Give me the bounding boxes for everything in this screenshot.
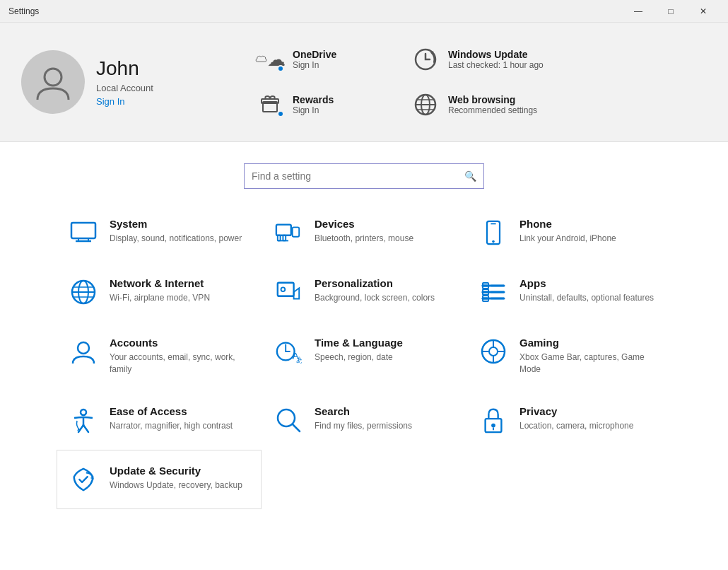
account-type: Local Account bbox=[96, 83, 153, 93]
search-box[interactable]: 🔍 bbox=[244, 163, 484, 189]
setting-gaming[interactable]: Gaming Xbox Game Bar, captures, Game Mod… bbox=[466, 322, 671, 390]
web-title: Web browsing bbox=[448, 94, 537, 105]
gaming-text: Gaming Xbox Game Bar, captures, Game Mod… bbox=[519, 337, 659, 376]
devices-desc: Bluetooth, printers, mouse bbox=[315, 233, 413, 245]
update-title: Windows Update bbox=[448, 49, 544, 60]
setting-search[interactable]: Search Find my files, permissions bbox=[262, 390, 466, 450]
web-text: Web browsing Recommended settings bbox=[448, 94, 537, 115]
gaming-title: Gaming bbox=[519, 337, 659, 349]
maximize-button[interactable]: □ bbox=[654, 0, 687, 23]
setting-personalization[interactable]: Personalization Background, lock screen,… bbox=[262, 262, 466, 322]
privacy-desc: Location, camera, microphone bbox=[519, 420, 633, 432]
rewards-action[interactable]: Rewards Sign In bbox=[240, 82, 396, 127]
user-section: John Local Account Sign In bbox=[21, 50, 219, 114]
accounts-text: Accounts Your accounts, email, sync, wor… bbox=[110, 337, 249, 376]
devices-text: Devices Bluetooth, printers, mouse bbox=[315, 218, 413, 245]
svg-point-19 bbox=[492, 240, 495, 243]
time-title: Time & Language bbox=[315, 337, 403, 349]
setting-network[interactable]: Network & Internet Wi-Fi, airplane mode,… bbox=[57, 262, 262, 322]
search-area: 🔍 bbox=[0, 142, 728, 203]
network-text: Network & Internet Wi-Fi, airplane mode,… bbox=[110, 277, 210, 304]
svg-point-52 bbox=[491, 423, 495, 427]
search-setting-icon bbox=[274, 405, 303, 435]
svg-rect-9 bbox=[71, 223, 95, 238]
onedrive-title: OneDrive bbox=[293, 49, 336, 60]
system-icon bbox=[69, 218, 98, 248]
setting-update[interactable]: Update & Security Windows Update, recove… bbox=[57, 450, 262, 509]
devices-title: Devices bbox=[315, 218, 413, 230]
avatar bbox=[21, 50, 85, 114]
rewards-icon bbox=[254, 89, 286, 120]
update-security-icon bbox=[69, 465, 98, 494]
onedrive-text: OneDrive Sign In bbox=[293, 49, 336, 70]
svg-rect-12 bbox=[276, 225, 291, 235]
setting-privacy[interactable]: Privacy Location, camera, microphone bbox=[466, 390, 671, 450]
onedrive-badge bbox=[277, 65, 284, 72]
setting-ease[interactable]: Ease of Access Narrator, magnifier, high… bbox=[57, 390, 262, 450]
header: John Local Account Sign In ☁ OneDrive Si bbox=[0, 23, 728, 142]
rewards-subtitle: Sign In bbox=[293, 105, 334, 115]
update-security-text: Update & Security Windows Update, recove… bbox=[110, 465, 242, 492]
titlebar: Settings — □ ✕ bbox=[0, 0, 728, 23]
phone-title: Phone bbox=[519, 218, 616, 230]
svg-rect-25 bbox=[278, 283, 294, 296]
network-title: Network & Internet bbox=[110, 277, 210, 289]
svg-point-48 bbox=[81, 409, 86, 415]
action-row-1: ☁ OneDrive Sign In bbox=[240, 37, 707, 82]
setting-accounts[interactable]: Accounts Your accounts, email, sync, wor… bbox=[57, 322, 262, 390]
setting-devices[interactable]: Devices Bluetooth, printers, mouse bbox=[262, 203, 466, 262]
rewards-text: Rewards Sign In bbox=[293, 94, 334, 115]
setting-system[interactable]: System Display, sound, notifications, po… bbox=[57, 203, 262, 262]
system-title: System bbox=[110, 218, 242, 230]
personalization-text: Personalization Background, lock screen,… bbox=[315, 277, 435, 304]
system-text: System Display, sound, notifications, po… bbox=[110, 218, 242, 245]
svg-text:あ: あ bbox=[296, 356, 302, 363]
web-browsing-action[interactable]: Web browsing Recommended settings bbox=[396, 82, 551, 127]
phone-desc: Link your Android, iPhone bbox=[519, 233, 616, 245]
ease-icon bbox=[69, 405, 98, 435]
apps-desc: Uninstall, defaults, optional features bbox=[519, 292, 654, 304]
minimize-button[interactable]: — bbox=[622, 0, 654, 23]
rewards-title: Rewards bbox=[293, 94, 334, 105]
system-desc: Display, sound, notifications, power bbox=[110, 233, 242, 245]
search-input[interactable] bbox=[252, 170, 464, 182]
onedrive-icon: ☁ bbox=[254, 44, 286, 75]
accounts-desc: Your accounts, email, sync, work, family bbox=[110, 351, 249, 376]
time-text: Time & Language Speech, region, date bbox=[315, 337, 403, 363]
header-actions: ☁ OneDrive Sign In bbox=[240, 37, 707, 127]
search-title: Search bbox=[315, 405, 412, 417]
web-browsing-icon bbox=[410, 89, 441, 120]
svg-point-0 bbox=[45, 69, 61, 86]
signin-link[interactable]: Sign In bbox=[96, 96, 153, 107]
user-info: John Local Account Sign In bbox=[96, 57, 153, 107]
update-subtitle: Last checked: 1 hour ago bbox=[448, 60, 544, 70]
window-controls: — □ ✕ bbox=[622, 0, 720, 23]
apps-text: Apps Uninstall, defaults, optional featu… bbox=[519, 277, 654, 304]
devices-icon bbox=[274, 218, 303, 248]
search-icon: 🔍 bbox=[464, 170, 476, 182]
network-desc: Wi-Fi, airplane mode, VPN bbox=[110, 292, 210, 304]
close-button[interactable]: ✕ bbox=[687, 0, 720, 23]
time-icon: A あ bbox=[274, 337, 303, 366]
apps-icon bbox=[479, 277, 508, 307]
windows-update-icon bbox=[410, 44, 441, 75]
svg-point-47 bbox=[489, 347, 498, 356]
personalization-title: Personalization bbox=[315, 277, 435, 289]
settings-grid: System Display, sound, notifications, po… bbox=[0, 203, 728, 509]
onedrive-action[interactable]: ☁ OneDrive Sign In bbox=[240, 37, 396, 82]
phone-text: Phone Link your Android, iPhone bbox=[519, 218, 616, 245]
onedrive-subtitle: Sign In bbox=[293, 60, 336, 70]
ease-desc: Narrator, magnifier, high contrast bbox=[110, 420, 233, 432]
network-icon bbox=[69, 277, 98, 307]
windows-update-action[interactable]: Windows Update Last checked: 1 hour ago bbox=[396, 37, 558, 82]
setting-phone[interactable]: Phone Link your Android, iPhone bbox=[466, 203, 671, 262]
rewards-badge bbox=[277, 110, 284, 117]
user-avatar-icon bbox=[34, 63, 72, 101]
setting-apps[interactable]: Apps Uninstall, defaults, optional featu… bbox=[466, 262, 671, 322]
action-row-2: Rewards Sign In Web browsing bbox=[240, 82, 707, 127]
setting-time[interactable]: A あ Time & Language Speech, region, date bbox=[262, 322, 466, 390]
gaming-desc: Xbox Game Bar, captures, Game Mode bbox=[519, 351, 659, 376]
personalization-desc: Background, lock screen, colors bbox=[315, 292, 435, 304]
privacy-text: Privacy Location, camera, microphone bbox=[519, 405, 633, 432]
svg-rect-13 bbox=[293, 227, 300, 236]
